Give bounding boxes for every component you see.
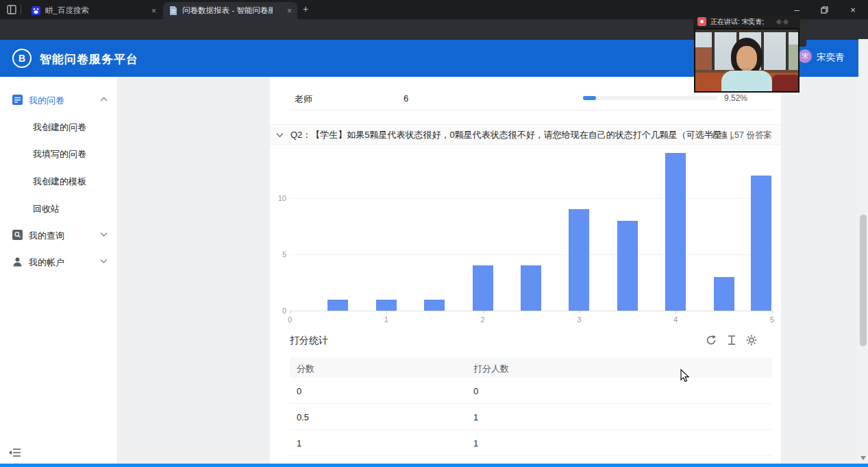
score-cell: 0 [297, 386, 301, 396]
platform-title: 智能问卷服务平台 [40, 51, 138, 67]
sidebar-item-my-account[interactable]: 我的帐户 [0, 248, 118, 274]
window-frame [712, 29, 715, 72]
x-tick-mark [772, 311, 773, 313]
bar-score-2 [473, 265, 493, 311]
column-header-score: 分数 [297, 363, 314, 375]
screen: { "browser": { "tabs": [ { "title": "畊_百… [0, 0, 868, 467]
bar-score-4 [665, 153, 686, 311]
speaking-status-text: 正在讲话: 宋奕青; [710, 17, 764, 27]
x-tick-label: 5 [765, 315, 779, 324]
collapse-question-icon[interactable] [276, 132, 284, 138]
question-meta: 必填 | 57 份答案 [710, 130, 772, 141]
meeting-app-icon [697, 17, 706, 26]
gridline [290, 254, 773, 255]
question-title: Q2：【学生】如果5颗星代表状态很好，0颗星代表状态很不好，请您给现在自己的状态… [290, 129, 740, 141]
sidebar-item-label: 我的查询 [29, 230, 64, 242]
y-tick-label: 5 [274, 250, 286, 259]
meeting-status-bar[interactable]: 正在讲话: 宋奕青; [693, 15, 800, 28]
meeting-overlay[interactable]: 正在讲话: 宋奕青; [693, 15, 800, 93]
page-scrollbar[interactable] [858, 39, 868, 467]
raters-cell: 1 [473, 412, 478, 422]
table-view-icon[interactable] [726, 335, 737, 346]
x-tick-label: 3 [572, 315, 586, 324]
score-cell: 1 [297, 438, 301, 448]
platform-logo: B [12, 49, 32, 68]
x-tick-mark [483, 311, 484, 313]
participant-face [736, 46, 757, 71]
scroll-down-arrow-icon[interactable] [860, 456, 866, 460]
y-tick-label: 10 [274, 194, 286, 202]
x-tick-label: 0 [283, 315, 297, 324]
answer-percentage: 9.52% [724, 93, 747, 103]
stats-section-title: 打分统计 [290, 335, 328, 347]
mouse-cursor [680, 369, 690, 383]
sidebar-item-filled-questionnaires[interactable]: 我填写的问卷 [33, 148, 86, 160]
table-row: 0 0 [290, 378, 772, 404]
questionnaire-icon [12, 95, 23, 105]
close-window-button[interactable]: × [838, 0, 868, 19]
window-frame-top [695, 29, 798, 32]
sidebar-item-my-queries[interactable]: 我的查询 [0, 221, 118, 248]
search-icon [12, 230, 23, 240]
taskbar-accent-line [0, 464, 868, 467]
user-name[interactable]: 宋奕青 [817, 51, 845, 64]
sidebar: 我的问卷 我创建的问卷 我填写的问卷 我创建的模板 回收站 我的查询 [0, 77, 118, 464]
bar-score-1.5 [424, 300, 445, 311]
bar-score-3 [569, 209, 589, 311]
y-tick-label: 0 [274, 307, 286, 315]
bar-score-4.5 [714, 277, 734, 311]
x-tick-label: 2 [476, 315, 490, 324]
refresh-chart-icon[interactable] [706, 335, 717, 346]
x-tick-mark [675, 311, 676, 313]
sidebar-item-recycle-bin[interactable]: 回收站 [33, 203, 60, 215]
x-tick-label: 1 [380, 315, 393, 324]
bar-score-2.5 [521, 265, 541, 311]
x-tick-mark [386, 311, 387, 313]
x-tick-mark [579, 311, 580, 313]
bar-score-3.5 [617, 221, 638, 311]
user-icon [12, 256, 23, 267]
tab-divider [21, 5, 21, 14]
participant-video[interactable]: 宋奕青 [694, 28, 799, 93]
user-avatar[interactable]: 宋 [798, 49, 812, 63]
participant-shirt [721, 71, 772, 91]
score-bar-chart: 0510012345 [274, 149, 781, 325]
document-favicon [169, 6, 177, 15]
x-tick-label: 4 [669, 315, 682, 324]
collapse-sidebar-icon[interactable] [8, 447, 22, 458]
x-axis-line [290, 311, 773, 311]
tab-actions-icon[interactable] [7, 5, 16, 14]
chevron-up-icon [100, 97, 108, 101]
tab-questionnaire[interactable]: 问卷数据报表 - 智能问卷服务平台 × [163, 2, 297, 19]
tab-title: 问卷数据报表 - 智能问卷服务平台 [182, 5, 273, 16]
answer-option-label: 老师 [295, 93, 312, 106]
chevron-down-icon [100, 232, 108, 237]
column-header-raters: 打分人数 [473, 363, 509, 375]
raters-cell: 0 [473, 386, 478, 396]
answer-option-count: 6 [404, 93, 408, 104]
divider [290, 110, 772, 110]
bar-score-0.5 [327, 300, 348, 311]
baidu-favicon [32, 6, 40, 15]
close-tab-icon[interactable]: × [151, 6, 156, 16]
question-text: 【学生】如果5颗星代表状态很好，0颗星代表状态很不好，请您给现在自己的状态打个几… [311, 130, 739, 140]
scrollbar-thumb[interactable] [860, 215, 867, 346]
score-table-header: 分数 打分人数 [290, 357, 772, 378]
sidebar-item-label: 我的帐户 [29, 256, 64, 269]
question-number: Q2： [290, 130, 311, 140]
tab-title: 畊_百度搜索 [45, 5, 89, 16]
sidebar-item-my-questionnaires[interactable]: 我的问卷 [0, 86, 118, 112]
sidebar-item-created-questionnaires[interactable]: 我创建的问卷 [33, 121, 86, 134]
restore-button[interactable] [810, 0, 838, 19]
close-tab-icon[interactable]: × [287, 6, 292, 16]
tab-baidu[interactable]: 畊_百度搜索 × [26, 2, 162, 19]
settings-gear-icon[interactable] [746, 335, 757, 346]
bar-score-1 [376, 300, 397, 311]
landscape [789, 45, 798, 72]
overlay-side-tab[interactable] [799, 21, 806, 47]
sidebar-item-created-templates[interactable]: 我创建的模板 [33, 176, 86, 188]
new-tab-button[interactable]: + [303, 3, 308, 14]
raters-cell: 1 [473, 438, 478, 448]
table-row: 0.5 1 [290, 404, 772, 430]
answer-progress-track [583, 96, 717, 100]
